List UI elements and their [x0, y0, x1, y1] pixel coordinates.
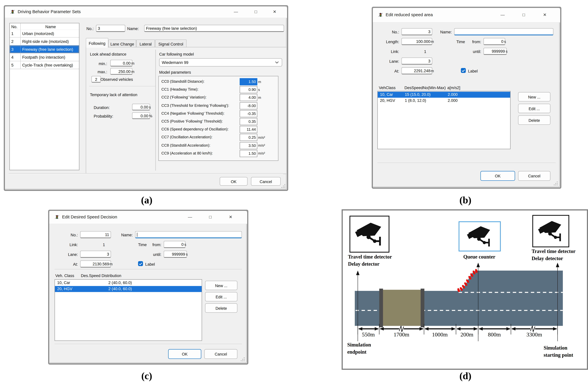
- label-checkbox[interactable]: [138, 261, 143, 266]
- model-parameter-label: CC1 (Headway Time):: [161, 87, 198, 91]
- titlebar: Edit reduced speed area — □ ✕: [373, 8, 560, 22]
- cancel-button[interactable]: Cancel: [204, 349, 237, 359]
- model-parameter-value-field[interactable]: -0.35: [240, 110, 257, 117]
- model-parameter-value-field[interactable]: 1.50: [240, 78, 257, 85]
- cctv-camera-icon: [537, 219, 564, 243]
- resize-grip[interactable]: [240, 357, 245, 362]
- name-label: Name:: [109, 233, 133, 237]
- name-field[interactable]: Freeway (free lane selection): [144, 25, 284, 32]
- dimension-label: 1700m: [386, 331, 417, 338]
- model-parameter-label: CC7 (Oscillation Acceleration):: [161, 135, 212, 139]
- cell-name: Right-side rule (motorized): [21, 38, 79, 45]
- label-checkbox[interactable]: [461, 68, 466, 73]
- close-button[interactable]: ✕: [541, 12, 548, 17]
- model-parameter-value-field[interactable]: 3.50: [240, 142, 257, 149]
- probability-field[interactable]: 0.00: [132, 112, 150, 119]
- probability-unit: %: [149, 114, 152, 118]
- from-field[interactable]: 0: [483, 38, 505, 45]
- resize-grip[interactable]: [281, 184, 285, 188]
- model-parameter-unit: s: [258, 87, 260, 92]
- from-field[interactable]: 0: [164, 241, 186, 248]
- ok-button[interactable]: OK: [220, 177, 248, 186]
- list-item[interactable]: 1 Urban (motorized): [10, 30, 79, 38]
- no-label: No.:: [376, 30, 399, 34]
- edit-button[interactable]: Edit ...: [205, 292, 237, 301]
- close-button[interactable]: ✕: [271, 9, 278, 14]
- col-header: DesSpeedNo(Min-Max): [404, 85, 446, 90]
- new-button[interactable]: New ...: [518, 92, 550, 101]
- table-row[interactable]: 10, Car 2 (40.0, 60.0): [55, 280, 202, 286]
- caption-b: (b): [452, 195, 479, 206]
- model-parameter-value-field[interactable]: 4.00: [240, 94, 257, 101]
- resize-grip[interactable]: [553, 181, 557, 186]
- window-title: Edit Desired Speed Decision: [62, 215, 117, 219]
- model-parameter-value-field[interactable]: -8.00: [240, 102, 257, 109]
- attention-title: Temporary lack of attention: [90, 93, 137, 97]
- table-row-selected[interactable]: 20, HGV 2 (40.0, 60.0): [55, 286, 202, 292]
- name-field[interactable]: [454, 28, 553, 35]
- maximize-button[interactable]: □: [520, 12, 527, 17]
- car-following-model-combobox[interactable]: Wiedemann 99: [159, 58, 282, 67]
- observed-vehicles-field[interactable]: 2: [91, 76, 101, 83]
- app-icon: [378, 12, 383, 17]
- until-field[interactable]: 999999: [164, 251, 187, 258]
- model-parameter-value-field[interactable]: 1.50: [240, 150, 257, 157]
- minimize-button[interactable]: —: [232, 9, 240, 14]
- dimension-label: 800m: [479, 331, 509, 338]
- minimize-button[interactable]: —: [499, 12, 506, 17]
- col-header: VehClass: [379, 85, 396, 90]
- edit-button[interactable]: Edit ...: [518, 104, 550, 113]
- model-parameter-label: CC5 (Positive 'Following' Threshold):: [161, 119, 223, 123]
- tab-lateral[interactable]: Lateral: [136, 39, 155, 48]
- tab-page-following: Look ahead distance min.: 0.00 m max.: 2…: [86, 47, 287, 174]
- close-button[interactable]: ✕: [227, 215, 234, 219]
- car-following-title: Car following model: [159, 52, 194, 56]
- model-parameter-value-field[interactable]: 0.90: [240, 86, 257, 93]
- list-item[interactable]: 4 Footpath (no interaction): [10, 53, 79, 61]
- look-ahead-title: Look ahead distance: [90, 52, 126, 56]
- list-item[interactable]: 5 Cycle-Track (free overtaking): [10, 61, 79, 69]
- cancel-button[interactable]: Cancel: [518, 171, 550, 181]
- max-field[interactable]: 250.00: [110, 68, 132, 75]
- tab-lane-change[interactable]: Lane Change: [108, 39, 136, 48]
- until-unit: s: [186, 252, 188, 256]
- no-field[interactable]: 3: [401, 28, 432, 35]
- cell-name: Freeway (free lane selection): [21, 45, 79, 53]
- model-parameter-unit: m/s²: [258, 143, 265, 147]
- window-title: Edit reduced speed area: [386, 12, 433, 17]
- no-field[interactable]: 11: [80, 231, 111, 238]
- tab-following[interactable]: Following: [86, 38, 108, 48]
- model-parameter-value-field[interactable]: 11.44: [240, 126, 257, 133]
- combobox-value: Wiedemann 99: [162, 60, 189, 65]
- table-row-selected[interactable]: 10, Car 15 (15.0, 20.0) 2.000: [378, 92, 510, 98]
- model-parameter-value-field[interactable]: 0.25: [240, 134, 257, 141]
- length-field[interactable]: 100.000: [401, 38, 432, 45]
- ok-button[interactable]: OK: [481, 171, 515, 181]
- model-parameter-label: CC4 (Negative 'Following' Threshold):: [161, 111, 225, 115]
- min-field[interactable]: 0.00: [110, 60, 132, 67]
- until-field[interactable]: 999999: [483, 48, 507, 55]
- list-item[interactable]: 2 Right-side rule (motorized): [10, 38, 79, 45]
- cancel-button[interactable]: Cancel: [251, 177, 281, 186]
- maximize-button[interactable]: □: [207, 215, 214, 219]
- model-parameter-value-field[interactable]: 0.35: [240, 118, 257, 125]
- lane-field[interactable]: 3: [401, 58, 432, 65]
- at-field[interactable]: 2130.569: [80, 260, 111, 268]
- list-item-selected[interactable]: 3 Freeway (free lane selection): [10, 45, 79, 53]
- parameter-set-list: No. Name 1 Urban (motorized) 2 Right-sid…: [9, 23, 79, 170]
- at-field[interactable]: 2291.248: [401, 67, 432, 74]
- maximize-button[interactable]: □: [252, 9, 260, 14]
- ok-button[interactable]: OK: [168, 349, 201, 359]
- duration-field[interactable]: 0.00: [132, 104, 150, 110]
- new-button[interactable]: New ...: [205, 281, 237, 290]
- delete-button[interactable]: Delete: [518, 116, 550, 125]
- lane-field[interactable]: 3: [80, 251, 111, 258]
- delete-button[interactable]: Delete: [205, 303, 237, 313]
- dimension-label: 1000m: [425, 331, 455, 338]
- divider: [155, 50, 156, 171]
- col-header-name: Name: [21, 23, 79, 30]
- minimize-button[interactable]: —: [186, 215, 194, 219]
- tab-signal-control[interactable]: Signal Control: [155, 39, 187, 48]
- table-row[interactable]: 20, HGV 1 (8.0, 12.0) 2.000: [378, 98, 510, 104]
- name-field[interactable]: [135, 231, 242, 238]
